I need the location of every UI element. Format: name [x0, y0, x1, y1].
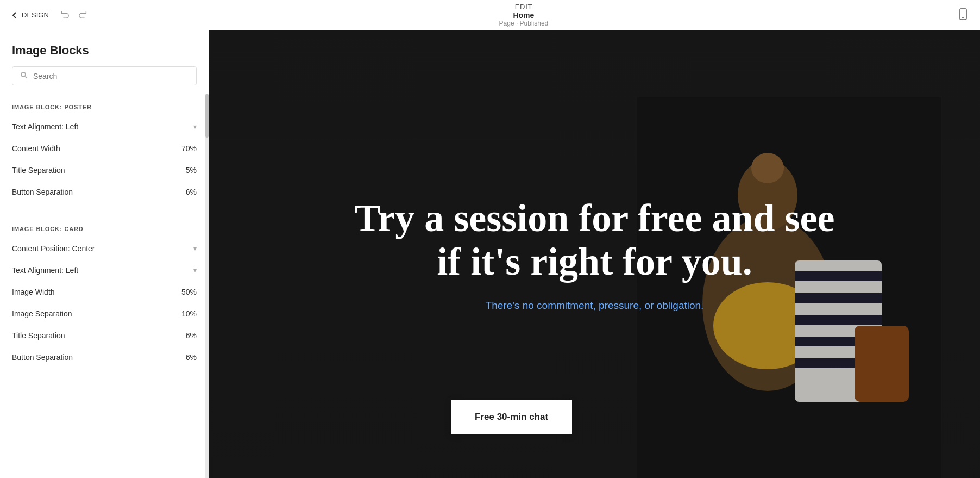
- undo-icon: [60, 9, 70, 19]
- search-icon: [20, 71, 28, 80]
- main-layout: Image Blocks IMAGE BLOCK: POSTER Text Al…: [0, 30, 980, 478]
- back-button[interactable]: DESIGN: [11, 11, 49, 19]
- hero-heading: Try a session for free and see if it's r…: [347, 197, 843, 283]
- image-separation-card-value: 10%: [181, 309, 197, 318]
- text-alignment-card-value: ▾: [193, 266, 197, 274]
- button-separation-poster-label: Button Separation: [12, 188, 73, 196]
- text-alignment-poster-value: ▾: [193, 123, 197, 131]
- hero-section: Try a session for free and see if it's r…: [209, 30, 980, 478]
- content-position-card-label: Content Position: Center: [12, 244, 95, 253]
- topbar: DESIGN EDIT Home Page · Published: [0, 0, 980, 30]
- sidebar: Image Blocks IMAGE BLOCK: POSTER Text Al…: [0, 30, 209, 478]
- title-separation-poster-row[interactable]: Title Separation 5%: [0, 159, 209, 181]
- sidebar-header: Image Blocks: [0, 30, 209, 94]
- back-label: DESIGN: [22, 11, 49, 19]
- cta-button[interactable]: Free 30-min chat: [451, 400, 572, 434]
- chevron-down-icon: ▾: [193, 123, 197, 131]
- svg-point-2: [21, 72, 26, 77]
- image-separation-card-row[interactable]: Image Separation 10%: [0, 303, 209, 325]
- page-status: Page · Published: [499, 20, 549, 27]
- sidebar-title: Image Blocks: [12, 44, 197, 58]
- title-separation-card-value: 6%: [186, 331, 197, 340]
- scrollbar-thumb[interactable]: [205, 94, 209, 138]
- content-width-poster-label: Content Width: [12, 144, 60, 153]
- undo-redo-group: [58, 7, 90, 23]
- title-separation-card-row[interactable]: Title Separation 6%: [0, 325, 209, 346]
- svg-rect-12: [795, 315, 882, 325]
- search-input[interactable]: [33, 72, 189, 80]
- content-width-poster-value: 70%: [181, 144, 197, 153]
- search-box[interactable]: [12, 66, 197, 85]
- image-width-card-row[interactable]: Image Width 50%: [0, 281, 209, 303]
- topbar-center: EDIT Home Page · Published: [499, 3, 549, 27]
- content-position-card-row[interactable]: Content Position: Center ▾: [0, 238, 209, 259]
- section-divider: [0, 203, 209, 216]
- redo-button[interactable]: [76, 7, 90, 23]
- hero-content: Try a session for free and see if it's r…: [325, 197, 864, 311]
- scrollbar-track[interactable]: [205, 94, 209, 478]
- button-separation-card-label: Button Separation: [12, 353, 73, 362]
- title-separation-card-label: Title Separation: [12, 331, 65, 340]
- svg-rect-13: [795, 337, 882, 346]
- svg-line-3: [26, 77, 28, 79]
- hero-subheading: There's no commitment, pressure, or obli…: [347, 300, 843, 312]
- text-alignment-card-label: Text Alignment: Left: [12, 266, 78, 275]
- button-separation-card-value: 6%: [186, 353, 197, 362]
- back-arrow-icon: [11, 11, 18, 19]
- topbar-left: DESIGN: [11, 7, 90, 23]
- redo-icon: [78, 9, 88, 19]
- button-separation-poster-row[interactable]: Button Separation 6%: [0, 181, 209, 203]
- mobile-preview-icon[interactable]: [957, 8, 969, 22]
- chevron-down-icon-3: ▾: [193, 266, 197, 274]
- image-width-card-value: 50%: [181, 288, 197, 296]
- undo-button[interactable]: [58, 7, 72, 23]
- button-separation-poster-value: 6%: [186, 188, 197, 196]
- topbar-right: [957, 8, 969, 22]
- section-card-header: IMAGE BLOCK: CARD: [0, 216, 209, 238]
- svg-rect-14: [795, 358, 882, 368]
- image-width-card-label: Image Width: [12, 288, 55, 296]
- title-separation-poster-value: 5%: [186, 166, 197, 175]
- svg-rect-15: [855, 326, 909, 402]
- button-separation-card-row[interactable]: Button Separation 6%: [0, 346, 209, 368]
- content-width-poster-row[interactable]: Content Width 70%: [0, 138, 209, 159]
- text-alignment-poster-row[interactable]: Text Alignment: Left ▾: [0, 116, 209, 138]
- text-alignment-card-row[interactable]: Text Alignment: Left ▾: [0, 259, 209, 281]
- title-separation-poster-label: Title Separation: [12, 166, 65, 175]
- svg-point-7: [751, 153, 784, 183]
- text-alignment-poster-label: Text Alignment: Left: [12, 122, 78, 131]
- content-position-card-value: ▾: [193, 245, 197, 252]
- preview-area: Try a session for free and see if it's r…: [209, 30, 980, 478]
- section-poster-header: IMAGE BLOCK: POSTER: [0, 94, 209, 116]
- page-title: Home: [499, 11, 549, 20]
- sidebar-content: IMAGE BLOCK: POSTER Text Alignment: Left…: [0, 94, 209, 478]
- chevron-down-icon-2: ▾: [193, 245, 197, 252]
- image-separation-card-label: Image Separation: [12, 309, 72, 318]
- edit-label[interactable]: EDIT: [499, 3, 549, 11]
